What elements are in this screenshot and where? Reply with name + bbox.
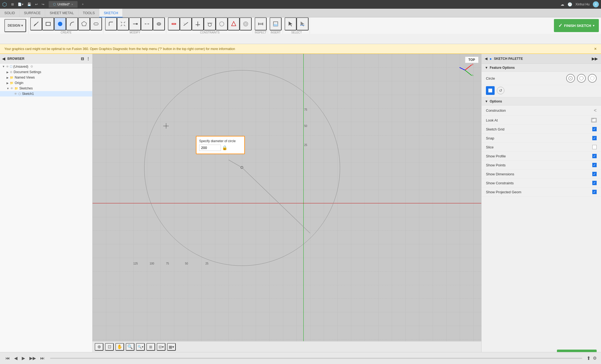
circle-type-options (566, 74, 597, 83)
collinear-btn[interactable] (180, 17, 192, 30)
circle-refresh-btn[interactable]: ↺ (497, 87, 504, 94)
insert-image-btn[interactable] (270, 17, 282, 30)
tab-tools[interactable]: TOOLS (79, 9, 100, 17)
settings-cog-btn[interactable]: ⚙ (593, 356, 597, 361)
fit-screen-btn[interactable]: ⊡ (105, 343, 114, 351)
perpendicular-btn[interactable] (192, 17, 204, 30)
undo-btn[interactable]: ↩ (34, 2, 39, 7)
fast-forward-btn[interactable]: ▶▶ (28, 354, 37, 362)
tab-bar: SOLID SURFACE SHEET METAL TOOLS SKETCH (0, 9, 601, 17)
concentric-btn[interactable] (240, 17, 252, 30)
rewind-btn[interactable]: ◀ (13, 354, 19, 362)
rectangle-tool-btn[interactable] (42, 17, 54, 30)
file-menu-btn[interactable]: 📄▾ (17, 2, 24, 7)
show-points-checkbox[interactable]: ✓ (592, 163, 597, 167)
cloud-sync-icon[interactable]: ☁ (560, 2, 564, 7)
cursor-position-btn[interactable]: ⬆ (587, 355, 591, 361)
browser-item-sketch1[interactable]: ▶ 👁 ⬡ Sketch1 (0, 91, 92, 97)
rewind-start-btn[interactable]: ⏮ (4, 355, 11, 362)
circle-3pt-btn[interactable] (588, 74, 597, 83)
slot-tool-btn[interactable] (90, 17, 102, 30)
user-avatar[interactable]: X (593, 1, 599, 7)
grid-settings-btn[interactable]: ⊟▾ (157, 343, 165, 351)
save-btn[interactable]: 💾 (26, 2, 32, 7)
svg-rect-20 (258, 23, 263, 24)
midpoint-btn[interactable] (228, 17, 240, 30)
svg-point-6 (136, 23, 138, 25)
tab-solid[interactable]: SOLID (0, 9, 20, 17)
browser-collapse-panel[interactable]: ⊟ (81, 57, 84, 61)
grid-menu-btn[interactable]: ⊞ (10, 2, 15, 7)
browser-item-sketches[interactable]: ▼ 👁 📁 Sketches (0, 86, 92, 91)
slice-checkbox[interactable] (592, 145, 597, 149)
zoom-fit-btn[interactable]: 🔍 (126, 343, 134, 351)
browser-item-named-views[interactable]: ▶ 📁 Named Views (0, 75, 92, 80)
fillet-tool-btn[interactable] (105, 17, 117, 30)
fast-forward-end-btn[interactable]: ⏭ (39, 355, 46, 362)
tab-sketch[interactable]: SKETCH (99, 9, 123, 17)
add-tab-btn[interactable]: + (82, 2, 84, 6)
lock-icon[interactable]: 🔒 (222, 145, 227, 150)
zoom-window-btn[interactable]: 🔍▾ (136, 343, 145, 351)
diameter-input[interactable] (199, 145, 221, 151)
diameter-dialog: Specify diameter of circle 🔒 (196, 136, 245, 154)
measure-btn[interactable] (255, 17, 267, 30)
clock-icon[interactable]: 🕐 (568, 2, 572, 7)
circle-2pt-btn[interactable] (577, 74, 586, 83)
snap-checkbox[interactable]: ✓ (592, 136, 597, 140)
browser-item-doc-settings[interactable]: ▶ ⚙ Document Settings (0, 69, 92, 75)
show-projected-geom-checkbox[interactable]: ✓ (592, 190, 597, 194)
select-tool-btn[interactable] (285, 17, 297, 30)
feature-options-collapse[interactable]: ▼ (485, 66, 488, 70)
canvas-area[interactable]: 125 100 75 50 25 75 50 25 Specify diamet… (93, 54, 481, 352)
arc-tool-btn[interactable] (66, 17, 78, 30)
circle-center-dia-btn[interactable] (566, 74, 575, 83)
sketch-grid-checkbox[interactable]: ✓ (592, 127, 597, 131)
options-collapse[interactable]: ▼ (485, 99, 488, 103)
sketches-label: Sketches (19, 86, 33, 90)
redo-btn[interactable]: ↪ (41, 2, 45, 7)
close-tab-btn[interactable]: × (71, 3, 73, 6)
palette-expand-btn[interactable]: ▶▶ (592, 57, 598, 61)
active-tab[interactable]: ⬡ Untitled* × (49, 1, 78, 8)
view-cube-btn[interactable]: ▦▾ (167, 343, 176, 351)
browser-collapse-btn[interactable]: ◀ (2, 57, 5, 61)
origin-label: Origin (15, 81, 23, 85)
select-dropdown-btn[interactable] (297, 17, 309, 30)
browser-item-unsaved[interactable]: ▼ 👁 □ (Unsaved) ⊙ (0, 64, 92, 69)
nav-orient-btn[interactable]: ⊕ (95, 343, 103, 351)
break-tool-btn[interactable] (141, 17, 153, 30)
browser-item-origin[interactable]: ▶ 📁 Origin (0, 80, 92, 86)
coincident-btn[interactable] (168, 17, 180, 30)
trim-tool-btn[interactable] (117, 17, 129, 30)
tangent-btn[interactable] (204, 17, 216, 30)
polygon-tool-btn[interactable] (78, 17, 90, 30)
design-dropdown-btn[interactable]: DESIGN ▾ (4, 19, 26, 32)
timeline-slider[interactable] (50, 358, 582, 359)
dialog-input-row: 🔒 (199, 145, 242, 151)
show-dimensions-checkbox[interactable]: ✓ (592, 172, 597, 176)
play-btn[interactable]: ▶ (21, 354, 26, 362)
tab-sheet-metal[interactable]: SHEET METAL (45, 9, 78, 17)
3d-axes-indicator: X Y (457, 62, 473, 78)
circle-filled-btn[interactable] (486, 86, 495, 95)
tab-surface[interactable]: SURFACE (20, 9, 45, 17)
svg-rect-5 (122, 23, 124, 25)
symmetric-btn[interactable] (216, 17, 228, 30)
extend-tool-btn[interactable] (129, 17, 141, 30)
finish-sketch-toolbar-btn[interactable]: ✓ FINISH SKETCH ▾ (554, 19, 599, 32)
show-constraints-checkbox[interactable]: ✓ (592, 181, 597, 185)
look-at-icon[interactable] (591, 118, 597, 122)
sketch-grid-row: Sketch Grid ✓ (482, 125, 601, 134)
construction-icon[interactable]: < (594, 108, 597, 113)
offset-tool-btn[interactable] (153, 17, 165, 30)
svg-point-7 (157, 23, 161, 25)
show-profile-checkbox[interactable]: ✓ (592, 154, 597, 158)
pan-btn[interactable]: ✋ (115, 343, 124, 351)
palette-collapse-btn[interactable]: ◀ (485, 57, 487, 61)
display-settings-btn[interactable]: ⊞ (146, 343, 155, 351)
warning-close-btn[interactable]: × (594, 46, 597, 51)
line-tool-btn[interactable] (30, 17, 42, 30)
browser-drag-handle[interactable]: ⋮ (86, 57, 90, 61)
circle-tool-btn[interactable] (54, 17, 66, 30)
